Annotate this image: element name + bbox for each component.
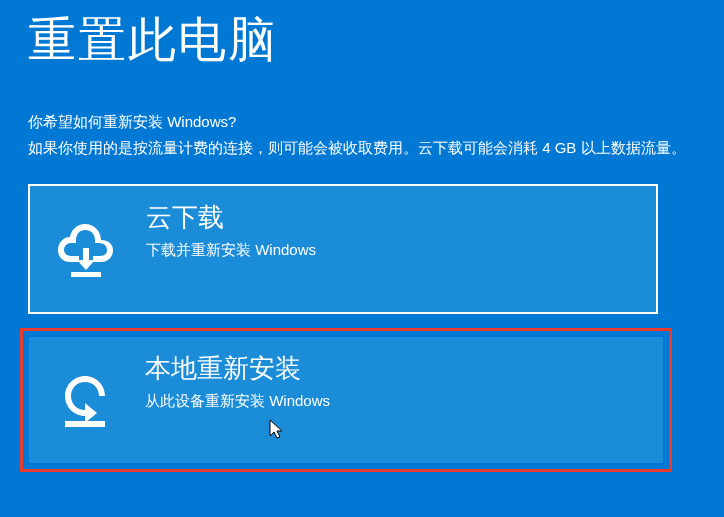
cloud-download-icon [30,186,142,312]
option-cloud-download[interactable]: 云下载 下载并重新安装 Windows [28,184,658,314]
option-local-reinstall[interactable]: 本地重新安装 从此设备重新安装 Windows [29,337,663,463]
warning-text: 如果你使用的是按流量计费的连接，则可能会被收取费用。云下载可能会消耗 4 GB … [28,136,696,160]
annotation-highlight: 本地重新安装 从此设备重新安装 Windows [20,328,672,472]
page-title: 重置此电脑 [28,8,696,72]
local-reinstall-icon [29,337,141,463]
option-cloud-title: 云下载 [146,200,316,235]
svg-rect-0 [71,272,101,277]
option-cloud-desc: 下载并重新安装 Windows [146,241,316,260]
option-local-desc: 从此设备重新安装 Windows [145,392,330,411]
option-local-title: 本地重新安装 [145,351,330,386]
svg-rect-1 [65,421,105,427]
question-text: 你希望如何重新安装 Windows? [28,110,696,134]
